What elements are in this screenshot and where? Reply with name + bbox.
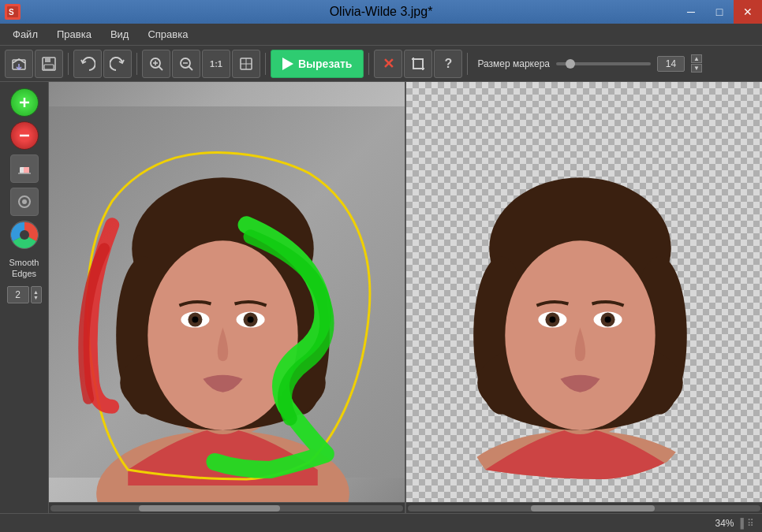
cut-button[interactable]: Вырезать (271, 50, 364, 78)
play-icon (282, 58, 293, 70)
marker-size-section: Размер маркера 14 ▲ ▼ (477, 54, 702, 73)
save-button[interactable] (35, 50, 63, 78)
right-scrollbar[interactable] (406, 502, 762, 513)
open-button[interactable] (5, 50, 33, 78)
left-image-panel (49, 82, 405, 513)
close-button[interactable]: ✕ (734, 0, 762, 24)
statusbar: 34% ▐ ⠿ (0, 513, 762, 532)
menu-help[interactable]: Справка (138, 25, 197, 43)
marker-size-label: Размер маркера (477, 58, 550, 69)
svg-point-56 (605, 317, 611, 323)
crop-button[interactable] (404, 50, 432, 78)
svg-rect-21 (24, 167, 29, 173)
marker-arrows: ▲ ▼ (691, 54, 702, 73)
add-marker-button[interactable] (10, 88, 39, 117)
undo-button[interactable] (73, 50, 102, 78)
menu-edit[interactable]: Правка (47, 25, 101, 43)
marker-down-arrow[interactable]: ▼ (691, 64, 702, 73)
help-button[interactable]: ? (434, 50, 462, 78)
separator-5 (467, 53, 468, 75)
left-scrollbar-track[interactable] (50, 505, 403, 512)
svg-point-24 (22, 199, 27, 204)
svg-line-12 (189, 66, 193, 70)
svg-point-26 (20, 230, 29, 240)
marker-value[interactable]: 14 (657, 56, 685, 72)
maximize-button[interactable]: □ (705, 0, 734, 24)
eraser-button[interactable] (10, 154, 39, 183)
zoom-in-button[interactable] (142, 50, 170, 78)
svg-line-8 (159, 66, 163, 70)
canvas-area (49, 82, 762, 513)
smooth-edges-label: Smooth Edges (0, 257, 48, 280)
separator-2 (136, 53, 137, 75)
right-scrollbar-track[interactable] (408, 505, 760, 512)
zoom-fit-button[interactable] (232, 50, 260, 78)
remove-marker-button[interactable] (10, 121, 39, 150)
main-area: Smooth Edges 2 ▲ ▼ (0, 82, 762, 513)
left-scrollbar[interactable] (49, 502, 405, 513)
toolbar: 1:1 Вырезать ✕ ? Размер маркера 14 ▲ ▼ (0, 46, 762, 82)
svg-point-42 (248, 317, 254, 323)
marker-up-arrow[interactable]: ▲ (691, 54, 702, 63)
titlebar-controls: ─ □ ✕ (677, 0, 762, 24)
left-scrollbar-thumb (139, 505, 280, 512)
marker-slider[interactable] (556, 62, 651, 65)
titlebar-title: Olivia-Wilde 3.jpg* (330, 5, 433, 19)
minimize-button[interactable]: ─ (677, 0, 705, 24)
app-icon: S (5, 4, 21, 20)
left-toolbar: Smooth Edges 2 ▲ ▼ (0, 82, 49, 513)
right-panel-content[interactable] (406, 82, 762, 502)
redo-button[interactable] (103, 50, 132, 78)
smooth-edges-control: 2 ▲ ▼ (7, 286, 42, 303)
svg-rect-5 (45, 58, 50, 62)
svg-text:S: S (9, 8, 14, 17)
cancel-button[interactable]: ✕ (374, 50, 402, 78)
svg-rect-6 (44, 65, 54, 69)
titlebar: S Olivia-Wilde 3.jpg* ─ □ ✕ (0, 0, 762, 24)
zoom-1-1-button[interactable]: 1:1 (202, 50, 230, 78)
cut-button-label: Вырезать (298, 58, 352, 70)
color-picker-button[interactable] (10, 221, 39, 249)
svg-point-41 (192, 317, 198, 323)
smooth-edges-arrows[interactable]: ▲ ▼ (31, 286, 42, 303)
zoom-out-button[interactable] (172, 50, 200, 78)
circle-tool-button[interactable] (10, 188, 39, 216)
separator-3 (265, 53, 266, 75)
menu-file[interactable]: Файл (3, 25, 47, 43)
svg-point-55 (549, 317, 555, 323)
separator-1 (68, 53, 69, 75)
status-separator: ▐ (737, 518, 744, 529)
smooth-edges-value[interactable]: 2 (7, 286, 29, 303)
marker-slider-thumb (566, 59, 575, 69)
menu-view[interactable]: Вид (101, 25, 139, 43)
separator-4 (368, 53, 369, 75)
menubar: Файл Правка Вид Справка (0, 24, 762, 46)
zoom-level: 34% (715, 518, 734, 529)
left-panel-content[interactable] (49, 82, 405, 502)
right-image-panel (405, 82, 762, 513)
right-scrollbar-thumb (531, 505, 654, 512)
resize-handle[interactable]: ⠿ (747, 518, 754, 529)
